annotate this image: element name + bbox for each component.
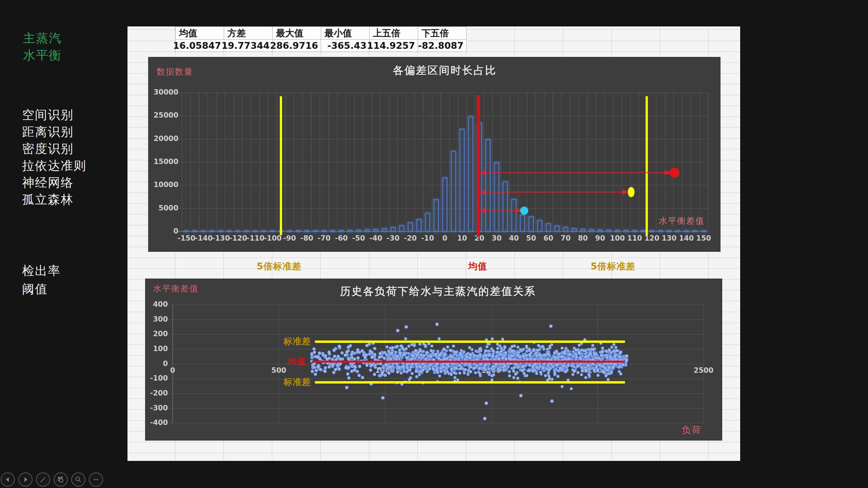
method-item: 神经网络 [22, 174, 86, 191]
stats-value-cell: 16.05847 [176, 40, 224, 52]
label-mean-line: 均值 [278, 355, 306, 367]
previous-slide-button[interactable] [1, 472, 15, 487]
stats-value-cell: 114.9257 [370, 40, 418, 52]
method-item: 空间识别 [22, 106, 86, 123]
method-item: 距离识别 [22, 123, 86, 140]
stats-table: 均值方差最大值最小值上五倍下五倍16.0584719.77344286.9716… [175, 26, 467, 52]
pen-button[interactable] [36, 472, 50, 487]
methods-list: 空间识别 距离识别 密度识别 拉依达准则 神经网络 孤立森林 [22, 106, 86, 208]
slide-project-title: 主蒸汽 水平衡 [23, 30, 62, 64]
pen-icon [39, 475, 47, 484]
all-slides-icon [56, 475, 65, 484]
stats-value-cell: -82.8087 [418, 40, 467, 52]
presenter-toolbar [1, 472, 103, 487]
metric-item: 检出率 [22, 262, 61, 280]
next-slide-button[interactable] [18, 472, 33, 487]
stats-header-cell: 方差 [224, 26, 273, 40]
histogram-title: 各偏差区间时长占比 [182, 63, 708, 78]
stats-header-cell: 上五倍 [370, 26, 418, 40]
arrow-right-icon [21, 475, 30, 484]
stats-value-cell: 286.9716 [273, 40, 321, 52]
ellipsis-icon [92, 475, 100, 484]
scatter-canvas [145, 279, 723, 441]
scatter-chart[interactable]: 05001000150020002500 水平衡差值 历史各负荷下给水与主蒸汽的… [145, 279, 722, 441]
stats-header-cell: 最小值 [321, 26, 370, 40]
method-item: 密度识别 [22, 140, 86, 157]
magnifier-icon [74, 475, 83, 484]
zoom-button[interactable] [71, 472, 85, 487]
stats-value-cell: 19.77344 [224, 40, 273, 52]
more-options-button[interactable] [89, 472, 103, 487]
histogram-canvas [149, 57, 721, 252]
project-title-line: 水平衡 [23, 47, 62, 64]
method-item: 孤立森林 [22, 191, 86, 208]
see-all-slides-button[interactable] [54, 472, 68, 487]
stats-header-cell: 均值 [176, 26, 224, 40]
arrow-left-icon [3, 475, 12, 484]
scatter-title: 历史各负荷下给水与主蒸汽的差值关系 [173, 284, 704, 299]
label-5sigma-right: 5倍标准差 [591, 260, 635, 272]
stats-value-cell: -365.43 [321, 40, 370, 52]
project-title-line: 主蒸汽 [23, 30, 62, 47]
stats-header-cell: 下五倍 [418, 26, 467, 40]
label-std-lower: 标准差 [274, 376, 311, 388]
label-5sigma-left: 5倍标准差 [257, 260, 301, 272]
metric-item: 阈值 [22, 280, 61, 298]
metrics-list: 检出率 阈值 [22, 262, 61, 298]
label-mean: 均值 [468, 260, 487, 272]
scatter-x-annotation: 负荷 [682, 424, 702, 436]
histogram-chart[interactable]: 数据数量 各偏差区间时长占比 水平衡差值 0500010000150002000… [148, 57, 721, 252]
stats-header-cell: 最大值 [273, 26, 321, 40]
histogram-x-annotation: 水平衡差值 [659, 215, 705, 226]
label-std-upper: 标准差 [274, 336, 311, 347]
method-item: 拉依达准则 [22, 157, 86, 174]
